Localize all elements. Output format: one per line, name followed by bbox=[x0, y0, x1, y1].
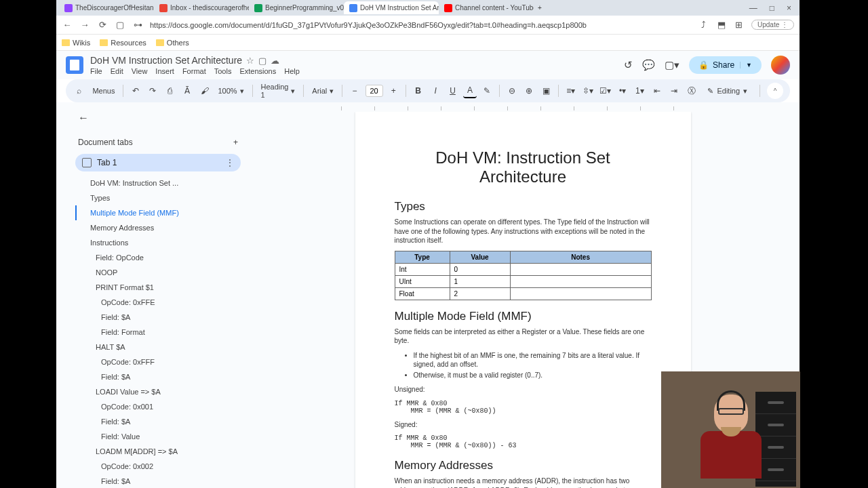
undo-icon[interactable]: ↶ bbox=[129, 83, 142, 98]
outline-item[interactable]: Multiple Mode Field (MMF) bbox=[75, 205, 241, 220]
highlight-icon[interactable]: ✎ bbox=[481, 83, 494, 98]
tab-group-icon[interactable]: ▢ bbox=[115, 20, 125, 30]
link-icon[interactable]: ⊖ bbox=[505, 83, 518, 98]
forward-icon[interactable]: → bbox=[79, 20, 90, 30]
outline-item[interactable]: LOADI Value => $A bbox=[75, 384, 241, 399]
menu-extensions[interactable]: Extensions bbox=[239, 67, 276, 75]
outline-item[interactable]: Field: Value bbox=[75, 429, 241, 444]
menu-edit[interactable]: Edit bbox=[111, 67, 123, 75]
update-button[interactable]: Update ⋮ bbox=[751, 20, 794, 30]
collapse-toolbar-icon[interactable]: ^ bbox=[767, 83, 783, 99]
menu-help[interactable]: Help bbox=[284, 67, 300, 75]
outline-item[interactable]: OpCode: 0xFFE bbox=[75, 295, 241, 310]
outline-item[interactable]: Field: $A bbox=[75, 414, 241, 429]
search-icon[interactable]: ⌕ bbox=[73, 83, 85, 98]
indent-icon[interactable]: ⇥ bbox=[668, 83, 681, 98]
minimize-icon[interactable]: — bbox=[749, 3, 757, 13]
browser-tab[interactable]: Inbox - thediscouragerofhesitancy bbox=[154, 1, 249, 14]
menu-view[interactable]: View bbox=[132, 67, 148, 75]
extension-icon[interactable]: ⬒ bbox=[716, 20, 727, 30]
font-select[interactable]: Arial ▾ bbox=[309, 85, 336, 97]
document-title[interactable]: DoH VM Instruction Set Architecture bbox=[90, 55, 242, 66]
outline-item[interactable]: Field: OpCode bbox=[75, 250, 241, 265]
browser-tab[interactable]: Channel content - YouTube Studio bbox=[439, 1, 534, 14]
docs-logo-icon[interactable] bbox=[66, 56, 83, 74]
folder-icon bbox=[156, 39, 164, 46]
fontsize-input[interactable] bbox=[366, 85, 383, 97]
outline-item[interactable]: NOOP bbox=[75, 265, 241, 280]
menu-format[interactable]: Format bbox=[182, 67, 206, 75]
address-input[interactable]: https://docs.google.com/document/d/1fuGD… bbox=[150, 21, 692, 29]
outline-item[interactable]: OpCode: 0xFFF bbox=[75, 354, 241, 369]
align-icon[interactable]: ≡▾ bbox=[564, 83, 577, 98]
comment-icon[interactable]: 💬 bbox=[642, 59, 655, 71]
outline-item[interactable]: HALT $A bbox=[75, 340, 241, 354]
menu-bar: File Edit View Insert Format Tools Exten… bbox=[90, 67, 617, 75]
add-tab-icon[interactable]: + bbox=[233, 138, 238, 147]
outline-item[interactable]: OpCode: 0x001 bbox=[75, 399, 241, 414]
outline-item[interactable]: Memory Addresses bbox=[75, 220, 241, 235]
avatar[interactable] bbox=[771, 56, 790, 75]
more-icon[interactable]: ⋮ bbox=[226, 158, 234, 167]
browser-tab[interactable]: TheDiscouragerOfHesitancy - Twitc bbox=[59, 1, 154, 14]
maximize-icon[interactable]: □ bbox=[770, 3, 774, 13]
menu-insert[interactable]: Insert bbox=[155, 67, 174, 75]
outline-item[interactable]: Field: $A bbox=[75, 474, 241, 488]
site-info-icon[interactable]: ⊶ bbox=[132, 20, 143, 30]
outline-item[interactable]: Instructions bbox=[75, 235, 241, 250]
bookmark-folder[interactable]: Others bbox=[156, 39, 189, 47]
bookmark-folder[interactable]: Wikis bbox=[62, 39, 90, 47]
checklist-icon[interactable]: ☑▾ bbox=[599, 83, 612, 98]
outline-item[interactable]: PRINT Format $1 bbox=[75, 280, 241, 295]
editing-mode-button[interactable]: ✎ Editing ▾ bbox=[702, 85, 753, 98]
extensions-icon[interactable]: ⊞ bbox=[734, 20, 745, 30]
menu-file[interactable]: File bbox=[90, 67, 102, 75]
back-icon[interactable]: ← bbox=[62, 20, 73, 30]
browser-tab[interactable]: BeginnerProgramming_v0.0.1 - Go bbox=[249, 1, 344, 14]
outline-item[interactable]: Field: Format bbox=[75, 325, 241, 340]
menu-tools[interactable]: Tools bbox=[214, 67, 232, 75]
new-tab-button[interactable]: + bbox=[534, 1, 546, 14]
back-icon[interactable]: ← bbox=[75, 109, 241, 127]
cloud-icon[interactable]: ☁ bbox=[271, 56, 279, 66]
share-button[interactable]: 🔒 Share ▼ bbox=[689, 56, 762, 74]
image-icon[interactable]: ▣ bbox=[540, 83, 553, 98]
outline-item[interactable]: Types bbox=[75, 190, 241, 205]
outline-item[interactable]: Field: $A bbox=[75, 310, 241, 325]
tab-item[interactable]: Tab 1 ⋮ bbox=[75, 154, 241, 171]
chevron-down-icon[interactable]: ▼ bbox=[740, 62, 752, 68]
star-icon[interactable]: ☆ bbox=[246, 56, 254, 66]
move-icon[interactable]: ▢ bbox=[258, 56, 267, 66]
close-icon[interactable]: × bbox=[787, 3, 791, 13]
paint-format-icon[interactable]: 🖌 bbox=[198, 83, 211, 98]
italic-icon[interactable]: I bbox=[429, 83, 441, 98]
spellcheck-icon[interactable]: Ᾱ bbox=[181, 83, 194, 98]
browser-tab-active[interactable]: DoH VM Instruction Set Archite× bbox=[344, 1, 439, 14]
menus-button[interactable]: Menus bbox=[90, 85, 117, 96]
underline-icon[interactable]: U bbox=[446, 83, 459, 98]
meet-icon[interactable]: ▢▾ bbox=[665, 59, 679, 71]
comment-add-icon[interactable]: ⊕ bbox=[522, 83, 535, 98]
share-icon[interactable]: ⤴ bbox=[698, 20, 709, 30]
redo-icon[interactable]: ↷ bbox=[146, 83, 159, 98]
document-page[interactable]: DoH VM: Instruction Set Architecture Typ… bbox=[355, 112, 691, 488]
line-spacing-icon[interactable]: ⇳▾ bbox=[581, 83, 594, 98]
clear-format-icon[interactable]: Ⓧ bbox=[685, 83, 698, 98]
decrease-font-icon[interactable]: − bbox=[348, 83, 361, 98]
outline-item[interactable]: OpCode: 0x002 bbox=[75, 459, 241, 474]
reload-icon[interactable]: ⟳ bbox=[97, 20, 108, 30]
outline-item[interactable]: LOADM M[ADDR] => $A bbox=[75, 444, 241, 459]
print-icon[interactable]: ⎙ bbox=[163, 83, 176, 98]
bold-icon[interactable]: B bbox=[412, 83, 425, 98]
zoom-select[interactable]: 100% ▾ bbox=[215, 85, 246, 97]
increase-font-icon[interactable]: + bbox=[387, 83, 400, 98]
bookmark-folder[interactable]: Resources bbox=[100, 39, 146, 47]
number-list-icon[interactable]: 1▾ bbox=[633, 83, 646, 98]
history-icon[interactable]: ↺ bbox=[624, 59, 633, 71]
outline-item[interactable]: Field: $A bbox=[75, 369, 241, 384]
bullet-list-icon[interactable]: •▾ bbox=[616, 83, 629, 98]
style-select[interactable]: Heading 1 ▾ bbox=[258, 81, 298, 100]
text-color-icon[interactable]: A bbox=[463, 83, 476, 98]
outline-item[interactable]: DoH VM: Instruction Set ... bbox=[75, 176, 241, 190]
outdent-icon[interactable]: ⇤ bbox=[650, 83, 663, 98]
